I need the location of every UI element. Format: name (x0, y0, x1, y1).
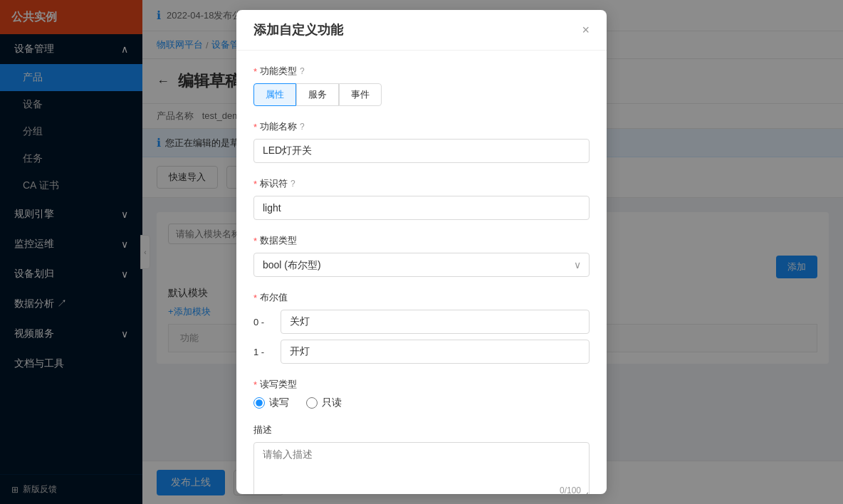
description-textarea[interactable] (253, 442, 590, 494)
bool-1-label: 1 - (253, 347, 275, 357)
feature-type-group: * 功能类型 ? 属性 服务 事件 (253, 65, 590, 106)
rw-option-readonly[interactable]: 只读 (306, 397, 342, 409)
feature-name-label-text: 功能名称 (260, 120, 297, 133)
feature-type-tabs: 属性 服务 事件 (253, 83, 590, 106)
tab-event[interactable]: 事件 (339, 83, 382, 106)
identifier-label-text: 标识符 (260, 177, 288, 190)
data-type-label-text: 数据类型 (260, 234, 297, 247)
rw-radio-readwrite[interactable] (253, 397, 265, 409)
help-icon-3[interactable]: ? (290, 179, 295, 189)
feature-name-label: * 功能名称 ? (253, 120, 590, 133)
modal-title: 添加自定义功能 (253, 21, 343, 38)
feature-name-input[interactable] (253, 139, 590, 163)
data-type-select[interactable]: bool (布尔型) int32 (整数型) float (单精度浮点型) st… (253, 253, 590, 277)
bool-1-input[interactable] (281, 340, 590, 364)
rw-label-readwrite: 读写 (269, 397, 289, 409)
help-icon-2[interactable]: ? (300, 122, 305, 132)
char-count: 0/100 (560, 485, 581, 494)
required-star-5: * (253, 293, 257, 303)
description-wrapper: 0/100 (253, 442, 590, 494)
required-star-3: * (253, 179, 257, 189)
feature-type-label-text: 功能类型 (260, 65, 297, 78)
rw-option-readwrite[interactable]: 读写 (253, 397, 289, 409)
rw-radio-readonly[interactable] (306, 397, 318, 409)
data-type-group: * 数据类型 bool (布尔型) int32 (整数型) float (单精度… (253, 234, 590, 277)
description-label-text: 描述 (253, 424, 272, 436)
bool-row-1: 1 - (253, 340, 590, 364)
feature-name-group: * 功能名称 ? (253, 120, 590, 163)
modal-close-button[interactable]: × (582, 23, 590, 36)
modal-overlay[interactable]: 添加自定义功能 × * 功能类型 ? 属性 服务 事件 (0, 0, 843, 504)
rw-type-label: * 读写类型 (253, 378, 590, 391)
modal-body: * 功能类型 ? 属性 服务 事件 * 功能名称 ? (236, 51, 607, 494)
required-star-1: * (253, 66, 257, 77)
identifier-input[interactable] (253, 196, 590, 220)
bool-row-0: 0 - (253, 310, 590, 334)
tab-service[interactable]: 服务 (296, 83, 339, 106)
rw-type-group: * 读写类型 读写 只读 (253, 378, 590, 409)
bool-label-text: 布尔值 (260, 291, 288, 304)
bool-values: 0 - 1 - (253, 310, 590, 364)
bool-0-input[interactable] (281, 310, 590, 334)
identifier-group: * 标识符 ? (253, 177, 590, 220)
bool-label: * 布尔值 (253, 291, 590, 304)
bool-group: * 布尔值 0 - 1 - (253, 291, 590, 364)
help-icon-1[interactable]: ? (300, 66, 305, 76)
feature-type-label: * 功能类型 ? (253, 65, 590, 78)
tab-property[interactable]: 属性 (253, 83, 296, 106)
data-type-select-wrapper: bool (布尔型) int32 (整数型) float (单精度浮点型) st… (253, 253, 590, 277)
rw-label-readonly: 只读 (322, 397, 342, 409)
required-star-6: * (253, 379, 257, 390)
bool-0-label: 0 - (253, 317, 275, 327)
description-group: 描述 0/100 (253, 424, 590, 494)
rw-radio-group: 读写 只读 (253, 397, 590, 409)
required-star-4: * (253, 236, 257, 246)
rw-type-label-text: 读写类型 (260, 378, 297, 391)
data-type-label: * 数据类型 (253, 234, 590, 247)
identifier-label: * 标识符 ? (253, 177, 590, 190)
description-label: 描述 (253, 424, 590, 436)
modal-dialog: 添加自定义功能 × * 功能类型 ? 属性 服务 事件 (236, 10, 607, 494)
required-star-2: * (253, 122, 257, 132)
modal-header: 添加自定义功能 × (236, 10, 607, 51)
